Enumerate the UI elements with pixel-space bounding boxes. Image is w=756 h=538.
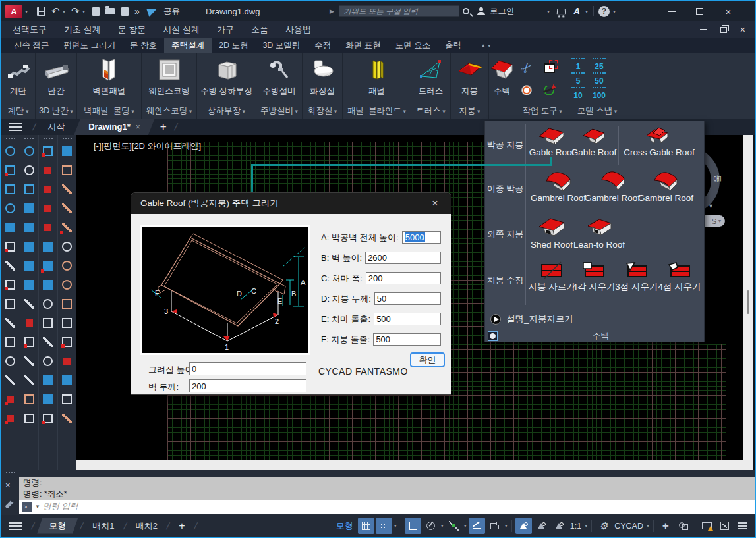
- tool-icon[interactable]: [39, 313, 57, 333]
- tool-icon[interactable]: [39, 333, 57, 352]
- tool-icon[interactable]: [20, 237, 38, 256]
- panel-dropdown[interactable]: 패널_블라인드: [343, 105, 411, 117]
- truss-button[interactable]: 트러스: [411, 55, 450, 104]
- share-label[interactable]: 공유: [163, 1, 180, 21]
- worktools-dropdown[interactable]: 작업 도구: [515, 105, 569, 117]
- tool-icon[interactable]: [58, 218, 76, 237]
- redo-button[interactable]: ↷: [71, 1, 80, 21]
- osnap-toggle-3[interactable]: [551, 518, 567, 534]
- tool-icon[interactable]: [20, 275, 38, 294]
- gambrel-roof-2-button[interactable]: Gambrel Roof: [586, 171, 639, 203]
- menu-item-base-design[interactable]: 기초 설계: [55, 24, 109, 36]
- new-file-button[interactable]: [121, 1, 129, 21]
- command-grip[interactable]: [5, 471, 16, 474]
- roof-cut-button[interactable]: 지붕 자르기: [531, 261, 573, 293]
- layout-menu-icon[interactable]: [9, 522, 22, 530]
- ribbon-tab-output[interactable]: 출력: [438, 38, 469, 53]
- gable-roof-1-button[interactable]: Gable Roof: [531, 126, 573, 157]
- tool-icon[interactable]: [1, 256, 20, 275]
- tool-icon[interactable]: [58, 180, 76, 199]
- chevron-down-icon[interactable]: ▾: [393, 523, 397, 529]
- osnap-toggle-2[interactable]: [533, 518, 550, 534]
- tool-icon[interactable]: [1, 237, 20, 256]
- horizontal-scrollbar[interactable]: [76, 460, 753, 470]
- truss-dropdown[interactable]: 트러스: [411, 105, 450, 117]
- tool-icon[interactable]: [1, 294, 20, 313]
- wall-height-input[interactable]: 2600: [365, 252, 441, 264]
- menu-item-doors-windows[interactable]: 문 창문: [109, 24, 155, 36]
- tool-icon[interactable]: [39, 180, 57, 199]
- tool-icon[interactable]: [1, 371, 20, 390]
- shed-roof-button[interactable]: Shed Roof: [531, 217, 573, 250]
- ribbon-tab-quick-access[interactable]: 신속 접근: [7, 38, 56, 53]
- modelsnap-dropdown[interactable]: 모델 스냅: [569, 105, 625, 117]
- new-tab-button[interactable]: +: [160, 121, 167, 134]
- tool-icon[interactable]: [58, 256, 76, 275]
- tool-icon[interactable]: [1, 275, 20, 294]
- command-input[interactable]: >_ ▼ 명령 입력: [19, 500, 755, 514]
- tool-icon[interactable]: [39, 161, 57, 180]
- snap-value-button[interactable]: 25: [591, 58, 608, 71]
- toolbar-grip[interactable]: [24, 137, 34, 140]
- object-snap-region-toggle[interactable]: [486, 518, 503, 534]
- wainscoting-button[interactable]: 웨인스코팅: [142, 55, 196, 104]
- tool-icon[interactable]: [1, 390, 20, 409]
- search-expand-icon[interactable]: ▶: [330, 1, 334, 21]
- tool-icon[interactable]: [58, 237, 76, 256]
- model-space-label[interactable]: 모형: [336, 520, 353, 532]
- tool-icon[interactable]: [20, 218, 38, 237]
- roof-button[interactable]: 지붕: [451, 55, 488, 104]
- gambrel-roof-1-button[interactable]: Gambrel Roof: [531, 171, 586, 203]
- gable-height-input[interactable]: 5000: [402, 231, 441, 244]
- angle-snap-toggle[interactable]: [469, 518, 485, 534]
- ribbon-tab-house-design[interactable]: 주택설계: [164, 38, 212, 53]
- tab-start[interactable]: 시작: [38, 119, 74, 135]
- close-button[interactable]: ×: [717, 1, 740, 21]
- chevron-down-icon[interactable]: ▾: [585, 1, 588, 21]
- tool-icon[interactable]: [39, 371, 57, 390]
- trim-button[interactable]: ✂: [517, 59, 536, 78]
- tool-icon[interactable]: [39, 256, 57, 275]
- chevron-down-icon[interactable]: ▾: [440, 523, 444, 529]
- tool-icon[interactable]: [58, 161, 76, 180]
- store-button[interactable]: [557, 1, 566, 21]
- point-target-button[interactable]: [517, 81, 536, 100]
- search-input[interactable]: 키워드 또는 구절 입력: [339, 5, 459, 17]
- house-button[interactable]: 주택: [489, 55, 515, 104]
- tool-icon[interactable]: [39, 237, 57, 256]
- annotation-scale[interactable]: 1:1: [569, 522, 583, 531]
- open-button[interactable]: [105, 1, 115, 21]
- file-tabs-menu-icon[interactable]: [9, 123, 22, 131]
- crosshair-button[interactable]: +: [657, 518, 674, 534]
- ribbon-tab-floorplan[interactable]: 평면도 그리기: [56, 38, 122, 53]
- toolbar-grip[interactable]: [5, 137, 16, 140]
- mdi-close-button[interactable]: ×: [740, 24, 745, 35]
- bathroom-button[interactable]: 화장실: [303, 55, 342, 104]
- snap-value-button[interactable]: 50: [591, 72, 608, 86]
- login-label[interactable]: 로그인: [490, 1, 515, 21]
- snap-value-button[interactable]: 100: [591, 87, 608, 100]
- tool-icon[interactable]: [20, 352, 38, 371]
- lean-to-roof-button[interactable]: Lean-to Roof: [573, 217, 625, 250]
- pin-icon[interactable]: [488, 331, 498, 341]
- share-button[interactable]: [148, 1, 157, 21]
- ribbon-tab-drawing-elements[interactable]: 도면 요소: [388, 38, 438, 53]
- viewcube-east-label[interactable]: 동: [712, 175, 723, 183]
- eave-overhang-input[interactable]: 500: [374, 313, 441, 325]
- isolate-objects-button[interactable]: [675, 518, 691, 534]
- menu-item-furniture[interactable]: 가구: [208, 24, 243, 36]
- draw-height-input[interactable]: 0: [189, 362, 306, 375]
- tool-icon[interactable]: [20, 313, 38, 333]
- ribbon-tab-display[interactable]: 화면 표현: [338, 38, 388, 53]
- rotate-button[interactable]: [540, 81, 558, 100]
- wallpanel-button[interactable]: 벽면패널: [77, 55, 141, 104]
- clean-screen-button[interactable]: [716, 518, 733, 534]
- cabinet-dropdown[interactable]: 상하부장: [197, 105, 256, 117]
- menu-item-props[interactable]: 소품: [243, 24, 277, 36]
- railing-button[interactable]: 난간: [36, 55, 76, 104]
- brand-button[interactable]: A: [573, 1, 580, 21]
- ribbon-collapse-button[interactable]: ▲▾: [475, 38, 496, 53]
- tool-icon[interactable]: [58, 371, 76, 390]
- tool-icon[interactable]: [39, 294, 57, 313]
- tool-icon[interactable]: [39, 390, 57, 409]
